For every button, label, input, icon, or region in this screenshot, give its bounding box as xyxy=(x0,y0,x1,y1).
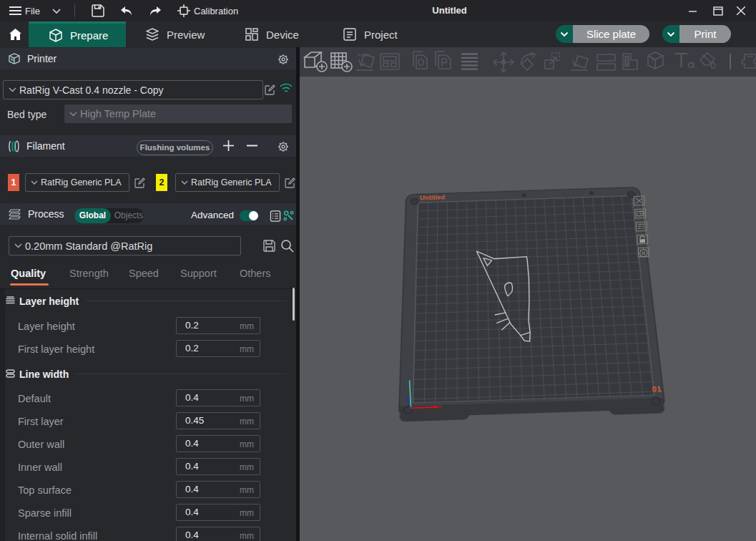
svg-text:AUTO: AUTO xyxy=(358,53,370,57)
